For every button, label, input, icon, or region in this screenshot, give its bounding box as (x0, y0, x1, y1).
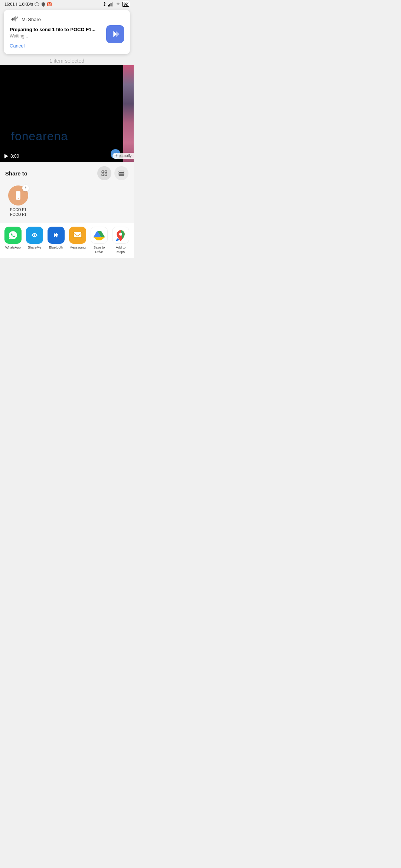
mi-share-waiting-text: Waiting... (10, 33, 102, 39)
bluetooth-label: Bluetooth (49, 246, 63, 250)
svg-point-22 (18, 198, 19, 199)
svg-rect-23 (74, 232, 82, 237)
media-play-info: 8:00 (4, 154, 19, 159)
messaging-label: Messaging (69, 246, 86, 250)
svg-rect-2 (109, 4, 110, 6)
mi-share-app-name: Mi Share (22, 17, 41, 22)
mi-share-preparing-text: Preparing to send 1 file to POCO F1... (10, 27, 102, 32)
forward-arrow-icon (110, 29, 120, 39)
drive-icon (91, 227, 108, 244)
watermark-text: fonearena (11, 129, 68, 143)
sparkle-icon (115, 154, 118, 158)
svg-rect-15 (105, 171, 107, 172)
svg-marker-8 (116, 31, 119, 37)
device-avatar (8, 185, 28, 206)
mi-icon: M (47, 2, 52, 6)
app-item-maps[interactable]: Add toMaps (110, 227, 131, 254)
network-speed-value: 1.8KB/s (19, 2, 33, 6)
mi-share-text-block: Preparing to send 1 file to POCO F1... W… (10, 27, 102, 49)
mi-share-dialog: Mi Share Preparing to send 1 file to POC… (4, 10, 130, 54)
svg-marker-6 (13, 16, 18, 22)
app-item-shareme[interactable]: ShareMe (24, 227, 45, 254)
shareme-logo-icon (30, 230, 39, 240)
mi-share-cancel-button[interactable]: Cancel (10, 43, 25, 49)
status-right: 92 (102, 1, 129, 7)
bluetooth-app-icon (48, 227, 65, 244)
beautify-label: Beautify (119, 154, 131, 158)
maps-logo-icon (115, 229, 127, 241)
share-to-label: Share to (5, 170, 27, 177)
app-row: WhatsApp ShareMe Bluetooth Messagin (0, 223, 134, 258)
svg-rect-17 (105, 174, 107, 176)
device-name-line1: POCO F1 (10, 207, 26, 212)
media-duration: 8:00 (10, 154, 19, 159)
play-icon[interactable] (4, 154, 8, 158)
svg-rect-19 (119, 173, 124, 174)
time: 16:01 (4, 2, 15, 6)
svg-marker-0 (35, 2, 39, 6)
svg-point-25 (119, 233, 122, 236)
svg-rect-20 (119, 174, 124, 175)
app-item-messaging[interactable]: Messaging (67, 227, 88, 254)
media-area: fonearena 8:00 Beautify (0, 65, 134, 162)
svg-rect-16 (102, 174, 104, 176)
svg-rect-1 (108, 5, 109, 6)
selected-hint: 1 item selected (0, 56, 134, 65)
upload-icon (24, 186, 27, 190)
svg-rect-14 (102, 171, 104, 172)
beautify-badge: Beautify (113, 153, 134, 159)
maps-label: Add toMaps (116, 246, 125, 254)
svg-point-9 (116, 155, 117, 156)
device-name-line2: POCO F1 (10, 212, 26, 217)
mi-share-header: Mi Share (10, 15, 124, 24)
mi-share-content: Preparing to send 1 file to POCO F1... W… (10, 27, 124, 49)
messaging-icon (69, 227, 86, 244)
device-list: POCO F1 POCO F1 (5, 184, 128, 221)
drive-logo-icon (93, 230, 105, 240)
messaging-logo-icon (73, 230, 82, 240)
grid-icon (101, 170, 108, 177)
phone-icon (13, 190, 23, 201)
whatsapp-label: WhatsApp (5, 246, 21, 250)
list-view-button[interactable] (114, 166, 128, 180)
whatsapp-icon (4, 227, 22, 244)
device-name: POCO F1 POCO F1 (10, 207, 26, 217)
whatsapp-logo-icon (8, 230, 18, 240)
network-speed: | (16, 2, 17, 6)
app-item-whatsapp[interactable]: WhatsApp (2, 227, 24, 254)
drive-label: Save toDrive (94, 246, 105, 254)
bluetooth-status-icon (102, 1, 107, 7)
shareme-label: ShareMe (28, 246, 42, 250)
grid-view-button[interactable] (97, 166, 111, 180)
svg-rect-18 (119, 171, 124, 172)
battery-level: 92 (122, 2, 129, 7)
app-item-drive[interactable]: Save toDrive (88, 227, 110, 254)
wifi-icon (115, 2, 121, 6)
upload-badge (22, 185, 29, 191)
status-bar: 16:01 | 1.8KB/s M 92 (0, 0, 134, 8)
bluetooth-logo-icon (52, 230, 60, 240)
maps-icon (112, 227, 129, 244)
svg-rect-3 (111, 3, 112, 6)
shareme-icon (26, 227, 43, 244)
status-left: 16:01 | 1.8KB/s M (4, 2, 52, 7)
share-view-buttons (97, 166, 128, 180)
app-item-bluetooth[interactable]: Bluetooth (45, 227, 67, 254)
list-icon (118, 170, 125, 177)
share-section: Share to (0, 162, 134, 223)
signal-icon (108, 2, 114, 7)
svg-rect-4 (112, 2, 113, 6)
mi-share-logo-icon (10, 15, 19, 24)
mi-share-arrow-button[interactable] (106, 25, 124, 43)
share-to-row: Share to (5, 166, 128, 180)
device-item-poco[interactable]: POCO F1 POCO F1 (5, 185, 31, 217)
media-side-strip (123, 65, 134, 162)
vpn-icon (35, 2, 39, 7)
shield-icon (41, 2, 46, 7)
